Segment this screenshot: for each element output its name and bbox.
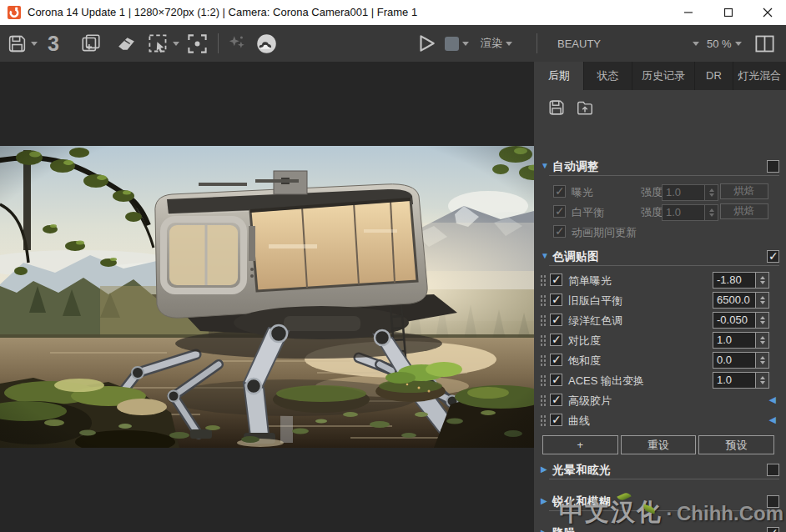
watermark: 中文汉化 · Chihh.Com — [559, 496, 783, 529]
exposure-bake-button[interactable]: 烘焙 — [720, 183, 768, 199]
contrast-checkbox[interactable] — [550, 334, 562, 346]
close-button[interactable] — [748, 0, 786, 25]
drag-handle-icon[interactable] — [540, 274, 546, 286]
duplicate-to-history-button[interactable] — [80, 33, 102, 54]
history-slot-button[interactable]: 3 — [48, 33, 59, 54]
presets-button[interactable]: 预设 — [698, 435, 774, 454]
render-viewport[interactable] — [0, 62, 534, 532]
simple-exposure-input[interactable]: -1.80 — [713, 272, 756, 289]
collapse-arrow-icon[interactable]: ▼ — [541, 251, 549, 260]
collapse-arrow-icon[interactable]: ▼ — [541, 161, 549, 170]
legacy-white-balance-input[interactable]: 6500.0 — [713, 292, 756, 309]
collapsed-arrow-icon[interactable]: ▶ — [541, 528, 547, 532]
tab-history[interactable]: 历史记录 — [632, 62, 696, 90]
start-render-button[interactable] — [416, 33, 437, 54]
region-dropdown-caret[interactable] — [173, 42, 179, 49]
contrast-spinner[interactable] — [756, 332, 769, 349]
simple-exposure-spinner[interactable] — [756, 272, 769, 289]
render-mode-button[interactable]: 渲染 — [481, 33, 512, 54]
expand-left-arrow-icon[interactable]: ◀ — [769, 394, 776, 405]
chaos-cloud-button[interactable] — [255, 33, 278, 54]
section-divider — [549, 479, 779, 479]
green-magenta-tint-spinner[interactable] — [756, 312, 769, 329]
render-dropdown-caret[interactable] — [506, 42, 512, 49]
white-balance-bake-button[interactable]: 烘焙 — [720, 203, 768, 219]
simple-exposure-checkbox[interactable] — [550, 274, 562, 286]
minimize-button[interactable] — [669, 0, 707, 25]
tone-mapping-buttons: + 重设 预设 — [542, 435, 774, 454]
zoom-dropdown-caret[interactable] — [735, 42, 742, 49]
pass-dropdown-caret[interactable] — [693, 42, 699, 49]
advanced-filmic-checkbox[interactable] — [550, 394, 562, 406]
toolbar-separator — [537, 33, 537, 53]
save-post-settings-button[interactable] — [546, 97, 567, 118]
tone-op-row: 曲线 ◀ — [534, 412, 786, 429]
reset-button[interactable]: 重设 — [621, 435, 697, 454]
drag-handle-icon[interactable] — [540, 374, 546, 386]
save-dropdown-caret[interactable] — [31, 42, 38, 49]
drag-handle-icon[interactable] — [540, 294, 546, 306]
tab-stats[interactable]: 状态 — [584, 62, 632, 90]
aces-output-checkbox[interactable] — [550, 374, 562, 386]
drag-handle-icon[interactable] — [540, 414, 546, 426]
maximize-button[interactable] — [709, 0, 747, 25]
white-balance-checkbox[interactable] — [553, 205, 566, 218]
zoom-selector[interactable]: 50 % — [707, 33, 742, 54]
titlebar: Corona 14 Update 1 | 1280×720px (1:2) | … — [0, 0, 786, 25]
exposure-strength-input[interactable]: 1.0 — [662, 184, 705, 201]
tone-op-row: 对比度 1.0 — [534, 332, 786, 349]
render-pass-selector[interactable]: BEAUTY — [557, 33, 699, 54]
green-magenta-tint-checkbox[interactable] — [550, 314, 562, 326]
section-divider — [549, 175, 779, 176]
saturation-input[interactable]: 0.0 — [713, 352, 756, 369]
collapsed-arrow-icon[interactable]: ▶ — [541, 496, 547, 505]
auto-adjust-checkbox[interactable] — [767, 160, 779, 173]
section-auto-adjust[interactable]: ▼ 自动调整 — [534, 158, 786, 175]
save-button[interactable] — [7, 33, 38, 54]
legacy-white-balance-checkbox[interactable] — [550, 294, 562, 306]
drag-handle-icon[interactable] — [540, 314, 546, 326]
tone-mapping-checkbox[interactable] — [767, 250, 779, 263]
white-balance-strength-spinner[interactable] — [705, 204, 718, 221]
saturation-spinner[interactable] — [756, 352, 769, 369]
render-region-button[interactable] — [186, 33, 209, 54]
contrast-input[interactable]: 1.0 — [713, 332, 756, 349]
exposure-strength-spinner[interactable] — [705, 184, 718, 201]
saturation-checkbox[interactable] — [550, 354, 562, 366]
watermark-cn-text: 中文汉化 — [559, 499, 663, 525]
aces-output-input[interactable]: 1.0 — [713, 372, 756, 389]
tab-post[interactable]: 后期 — [534, 62, 584, 90]
render-image — [0, 146, 534, 448]
drag-handle-icon[interactable] — [540, 334, 546, 346]
corona-vfb-window: Corona 14 Update 1 | 1280×720px (1:2) | … — [0, 0, 786, 532]
update-animation-checkbox[interactable] — [553, 225, 566, 238]
add-operator-button[interactable]: + — [542, 435, 618, 454]
drag-handle-icon[interactable] — [540, 354, 546, 366]
section-bloom-glare[interactable]: ▶ 光晕和眩光 — [534, 462, 786, 479]
update-during-animation-row: 动画期间更新 — [534, 223, 786, 240]
bloom-glare-checkbox[interactable] — [767, 464, 779, 476]
tab-dr[interactable]: DR — [695, 62, 733, 90]
pass-selector-value: BEAUTY — [557, 38, 601, 50]
stop-render-button[interactable] — [445, 33, 469, 54]
split-view-button[interactable] — [753, 33, 776, 54]
tab-lightmix[interactable]: 灯光混合 — [733, 62, 786, 90]
region-select-button[interactable] — [147, 33, 179, 54]
corona-logo-icon — [8, 6, 21, 19]
legacy-white-balance-spinner[interactable] — [756, 292, 769, 309]
section-tone-mapping[interactable]: ▼ 色调贴图 — [534, 248, 786, 265]
green-magenta-tint-input[interactable]: -0.050 — [713, 312, 756, 329]
collapsed-arrow-icon[interactable]: ▶ — [541, 464, 547, 474]
expand-left-arrow-icon[interactable]: ◀ — [769, 414, 776, 425]
eraser-button[interactable] — [116, 33, 137, 54]
load-post-settings-button[interactable] — [574, 97, 596, 118]
drag-handle-icon[interactable] — [540, 394, 546, 406]
right-panel: 后期 状态 历史记录 DR 灯光混合 ▼ 自动调整 曝光 强 — [534, 62, 786, 532]
stop-dropdown-caret[interactable] — [462, 42, 469, 49]
curves-checkbox[interactable] — [550, 414, 562, 426]
watermark-en-text: Chihh.Com — [677, 502, 783, 524]
exposure-checkbox[interactable] — [553, 185, 566, 198]
white-balance-strength-input[interactable]: 1.0 — [662, 204, 705, 221]
ai-denoise-button[interactable] — [226, 33, 248, 54]
aces-output-spinner[interactable] — [756, 372, 769, 389]
